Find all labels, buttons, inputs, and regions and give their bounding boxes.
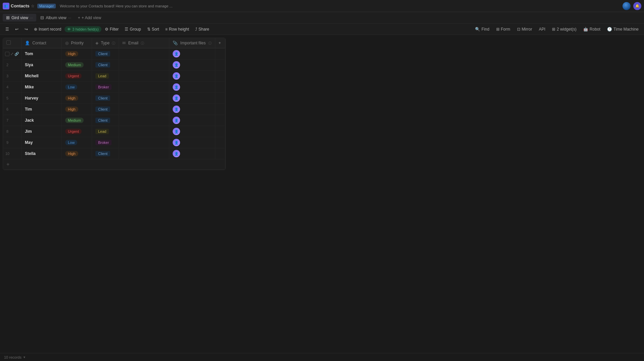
email-cell[interactable] [119,126,169,137]
user-avatar[interactable]: 🔔 [633,2,641,10]
filter-icon: ⚙ [105,27,109,32]
row-num-cell: 3 [3,71,22,82]
priority-cell[interactable]: Medium [62,59,92,71]
email-cell[interactable] [119,71,169,82]
priority-cell[interactable]: High [62,148,92,159]
main-content: 👤 Contact ◎ Priority ◈ Type ⓘ ✉ Email [0,35,644,174]
welcome-text: Welcome to your Contacts board! Here you… [60,4,621,8]
type-cell[interactable]: Client [92,115,119,126]
add-view-button[interactable]: + + Add view [75,14,104,22]
contact-name-cell[interactable]: Jim [22,126,62,137]
type-badge: Client [95,151,110,156]
row-num-cell: ⤢ 🔗 [3,48,22,59]
row-height-button[interactable]: ≡ Row height [163,26,192,33]
type-cell[interactable]: Client [92,48,119,59]
priority-cell[interactable]: Urgent [62,71,92,82]
email-cell[interactable] [119,115,169,126]
form-button[interactable]: ⊞ Form [493,26,513,33]
files-cell[interactable]: 👤 [169,104,215,115]
type-badge: Lead [95,73,109,79]
contact-col-icon: 👤 [25,41,30,45]
add-record-button[interactable]: + [3,159,225,170]
tab-album-more[interactable]: ··· [68,16,71,20]
contact-name: Mike [25,85,34,89]
priority-cell[interactable]: Low [62,82,92,93]
mirror-button[interactable]: ⊡ Mirror [514,26,535,33]
priority-cell[interactable]: Medium [62,115,92,126]
contact-name-cell[interactable]: Jack [22,115,62,126]
undo-button[interactable]: ↩ [12,26,21,33]
add-col-icon[interactable]: + [219,41,221,45]
nav-back-button[interactable]: ☰ [3,26,12,33]
row-number: 9 [5,141,10,145]
files-cell[interactable]: 👤 [169,71,215,82]
contact-name-cell[interactable]: May [22,137,62,148]
files-cell[interactable]: 👤 [169,126,215,137]
contact-name-cell[interactable]: Michell [22,71,62,82]
header-add-col[interactable]: + [215,38,225,48]
email-cell[interactable] [119,82,169,93]
files-cell[interactable]: 👤 [169,137,215,148]
email-cell[interactable] [119,148,169,159]
type-cell[interactable]: Broker [92,137,119,148]
star-icon[interactable]: ☆ [31,4,35,8]
contact-name-cell[interactable]: Siya [22,59,62,71]
records-count[interactable]: 10 records ▼ [4,355,26,359]
type-badge: Broker [95,140,112,145]
email-cell[interactable] [119,93,169,104]
api-button[interactable]: API [536,26,548,33]
sort-button[interactable]: ⇅ Sort [144,26,162,33]
filter-label: Filter [110,27,119,32]
priority-cell[interactable]: High [62,93,92,104]
robot-button[interactable]: 🤖 Robot [581,26,603,33]
header-contact: 👤 Contact [22,38,62,48]
hidden-fields-button[interactable]: 👁 3 hidden field(s) [65,26,101,32]
redo-button[interactable]: ↪ [22,26,31,33]
row-checkbox[interactable] [5,52,9,56]
files-cell[interactable]: 👤 [169,82,215,93]
type-cell[interactable]: Client [92,59,119,71]
time-machine-button[interactable]: 🕐 Time Machine [604,26,641,33]
globe-icon[interactable] [622,2,631,10]
row-expand-icon[interactable]: ⤢ [10,52,13,56]
priority-cell[interactable]: Urgent [62,126,92,137]
files-cell[interactable]: 👤 [169,115,215,126]
priority-cell[interactable]: Low [62,137,92,148]
files-cell[interactable]: 👤 [169,59,215,71]
type-cell[interactable]: Lead [92,126,119,137]
find-button[interactable]: 🔍 Find [472,26,492,33]
type-cell[interactable]: Lead [92,71,119,82]
priority-cell[interactable]: High [62,104,92,115]
email-cell[interactable] [119,137,169,148]
email-cell[interactable] [119,104,169,115]
widgets-button[interactable]: ⊞ 2 widget(s) [549,26,579,33]
contact-name-cell[interactable]: Stella [22,148,62,159]
contact-name-cell[interactable]: Tom [22,48,62,59]
files-cell[interactable]: 👤 [169,148,215,159]
contact-name: Tim [25,107,32,112]
type-cell[interactable]: Client [92,104,119,115]
tab-grid-more[interactable]: ··· [30,16,33,20]
type-cell[interactable]: Client [92,148,119,159]
tab-album-view[interactable]: ⊟ Album view ··· [37,14,75,22]
contact-name-cell[interactable]: Tim [22,104,62,115]
row-number: 5 [5,96,10,100]
files-cell[interactable]: 👤 [169,48,215,59]
group-button[interactable]: ☰ Group [122,26,143,33]
type-cell[interactable]: Client [92,93,119,104]
filter-button[interactable]: ⚙ Filter [102,26,122,33]
contact-name-cell[interactable]: Mike [22,82,62,93]
header-checkbox[interactable] [6,40,11,45]
contact-name-cell[interactable]: Harvey [22,93,62,104]
insert-record-button[interactable]: ⊕ Insert record [31,26,64,33]
add-record-row[interactable]: + [3,159,225,170]
row-link-icon[interactable]: 🔗 [14,52,19,56]
group-icon: ☰ [125,27,128,32]
email-cell[interactable] [119,59,169,71]
type-cell[interactable]: Broker [92,82,119,93]
files-cell[interactable]: 👤 [169,93,215,104]
email-cell[interactable] [119,48,169,59]
tab-grid-view[interactable]: ⊞ Gird view ··· [3,14,36,22]
share-button[interactable]: ⤴ Share [192,26,212,33]
priority-cell[interactable]: High [62,48,92,59]
